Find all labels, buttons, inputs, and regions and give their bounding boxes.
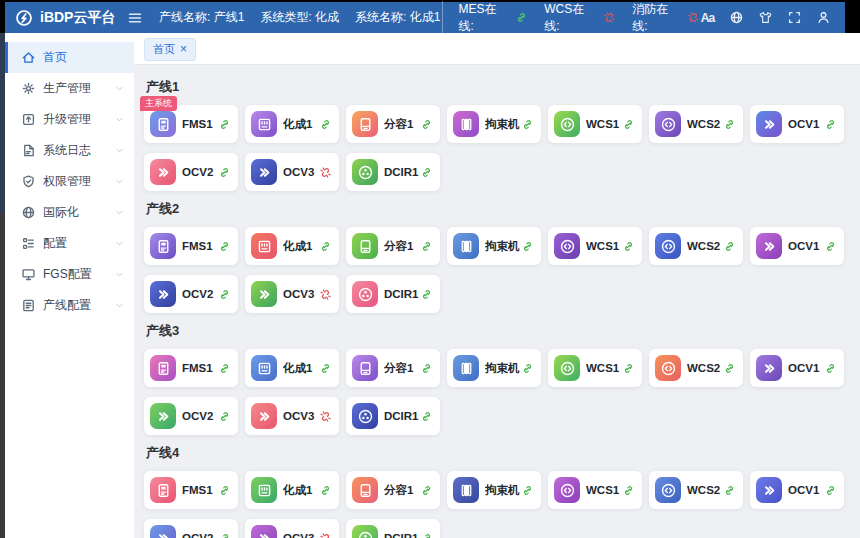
- link-icon[interactable]: [824, 118, 837, 131]
- tab-label: 首页: [153, 42, 175, 57]
- link-icon[interactable]: [723, 484, 736, 497]
- system-card-OCV2[interactable]: OCV2: [144, 153, 238, 191]
- system-card-DCIR1[interactable]: DCIR1: [346, 519, 440, 538]
- system-card-化成1[interactable]: 化成1: [245, 105, 339, 143]
- system-card-拘束机[interactable]: 拘束机: [447, 105, 541, 143]
- theme-skin-icon[interactable]: [758, 10, 773, 25]
- link-icon[interactable]: [723, 240, 736, 253]
- link-broken-icon[interactable]: [319, 288, 332, 301]
- link-icon[interactable]: [521, 240, 534, 253]
- tab-首页[interactable]: 首页×: [144, 38, 196, 61]
- system-card-DCIR1[interactable]: DCIR1: [346, 153, 440, 191]
- system-card-拘束机[interactable]: 拘束机: [447, 227, 541, 265]
- system-card-分容1[interactable]: 分容1: [346, 227, 440, 265]
- system-card-分容1[interactable]: 分容1: [346, 105, 440, 143]
- system-card-OCV2[interactable]: OCV2: [144, 275, 238, 313]
- system-card-OCV2[interactable]: OCV2: [144, 397, 238, 435]
- link-icon[interactable]: [420, 532, 433, 538]
- system-card-OCV3[interactable]: OCV3: [245, 397, 339, 435]
- system-card-OCV1[interactable]: OCV1: [750, 349, 844, 387]
- system-card-FMS1[interactable]: FMS1: [144, 471, 238, 509]
- system-card-WCS1[interactable]: WCS1: [548, 471, 642, 509]
- fullscreen-icon[interactable]: [787, 10, 802, 25]
- system-card-分容1[interactable]: 分容1: [346, 471, 440, 509]
- system-card-OCV2[interactable]: OCV2: [144, 519, 238, 538]
- sidebar-collapse-icon[interactable]: [127, 10, 143, 26]
- font-size-icon[interactable]: Aa: [700, 10, 715, 25]
- link-icon[interactable]: [218, 166, 231, 179]
- link-icon[interactable]: [521, 362, 534, 375]
- sidebar-item-权限管理[interactable]: 权限管理: [5, 166, 134, 197]
- link-icon[interactable]: [622, 118, 635, 131]
- language-globe-icon[interactable]: [729, 10, 744, 25]
- link-icon[interactable]: [420, 240, 433, 253]
- link-icon[interactable]: [218, 484, 231, 497]
- system-card-OCV3[interactable]: OCV3: [245, 275, 339, 313]
- link-icon[interactable]: [319, 240, 332, 253]
- link-icon[interactable]: [824, 484, 837, 497]
- link-icon[interactable]: [723, 362, 736, 375]
- system-card-化成1[interactable]: 化成1: [245, 227, 339, 265]
- link-broken-icon[interactable]: [319, 166, 332, 179]
- system-card-OCV1[interactable]: OCV1: [750, 471, 844, 509]
- link-icon[interactable]: [521, 484, 534, 497]
- link-icon[interactable]: [218, 118, 231, 131]
- top-header-bar: iBDP云平台 产线名称: 产线1系统类型: 化成系统名称: 化成1 MES在线…: [5, 2, 845, 33]
- link-icon[interactable]: [319, 362, 332, 375]
- link-icon[interactable]: [420, 410, 433, 423]
- system-card-拘束机[interactable]: 拘束机: [447, 349, 541, 387]
- link-icon[interactable]: [218, 288, 231, 301]
- sidebar-item-配置[interactable]: 配置: [5, 228, 134, 259]
- link-icon[interactable]: [420, 166, 433, 179]
- link-icon[interactable]: [622, 362, 635, 375]
- sidebar-item-系统日志[interactable]: 系统日志: [5, 135, 134, 166]
- system-card-WCS1[interactable]: WCS1: [548, 227, 642, 265]
- sidebar-item-首页[interactable]: 首页: [5, 42, 134, 73]
- sidebar-item-升级管理[interactable]: 升级管理: [5, 104, 134, 135]
- system-card-拘束机[interactable]: 拘束机: [447, 471, 541, 509]
- system-card-WCS2[interactable]: WCS2: [649, 349, 743, 387]
- link-icon[interactable]: [420, 118, 433, 131]
- system-card-OCV3[interactable]: OCV3: [245, 519, 339, 538]
- sidebar-item-国际化[interactable]: 国际化: [5, 197, 134, 228]
- link-icon[interactable]: [420, 362, 433, 375]
- tab-close-icon[interactable]: ×: [180, 43, 187, 55]
- link-icon[interactable]: [319, 118, 332, 131]
- chevron-down-icon: [114, 83, 125, 94]
- link-icon[interactable]: [218, 532, 231, 538]
- sidebar-item-产线配置[interactable]: 产线配置: [5, 290, 134, 321]
- link-broken-icon[interactable]: [319, 410, 332, 423]
- system-card-OCV3[interactable]: OCV3: [245, 153, 339, 191]
- system-card-WCS2[interactable]: WCS2: [649, 105, 743, 143]
- system-card-WCS1[interactable]: WCS1: [548, 349, 642, 387]
- link-icon[interactable]: [420, 484, 433, 497]
- system-card-WCS1[interactable]: WCS1: [548, 105, 642, 143]
- link-icon[interactable]: [723, 118, 736, 131]
- system-card-分容1[interactable]: 分容1: [346, 349, 440, 387]
- system-card-DCIR1[interactable]: DCIR1: [346, 275, 440, 313]
- system-card-化成1[interactable]: 化成1: [245, 349, 339, 387]
- user-icon[interactable]: [816, 10, 831, 25]
- link-icon[interactable]: [622, 484, 635, 497]
- link-icon[interactable]: [521, 118, 534, 131]
- system-card-化成1[interactable]: 化成1: [245, 471, 339, 509]
- link-icon[interactable]: [622, 240, 635, 253]
- system-card-DCIR1[interactable]: DCIR1: [346, 397, 440, 435]
- system-card-WCS2[interactable]: WCS2: [649, 227, 743, 265]
- link-broken-icon[interactable]: [319, 532, 332, 538]
- link-icon[interactable]: [824, 240, 837, 253]
- link-icon[interactable]: [218, 410, 231, 423]
- link-icon[interactable]: [420, 288, 433, 301]
- sidebar-item-生产管理[interactable]: 生产管理: [5, 73, 134, 104]
- link-icon[interactable]: [218, 362, 231, 375]
- system-card-WCS2[interactable]: WCS2: [649, 471, 743, 509]
- system-card-OCV1[interactable]: OCV1: [750, 105, 844, 143]
- system-card-FMS1[interactable]: 主系统FMS1: [144, 105, 238, 143]
- link-icon[interactable]: [218, 240, 231, 253]
- system-card-OCV1[interactable]: OCV1: [750, 227, 844, 265]
- sidebar-item-FGS配置[interactable]: FGS配置: [5, 259, 134, 290]
- system-card-FMS1[interactable]: FMS1: [144, 227, 238, 265]
- link-icon[interactable]: [319, 484, 332, 497]
- link-icon[interactable]: [824, 362, 837, 375]
- system-card-FMS1[interactable]: FMS1: [144, 349, 238, 387]
